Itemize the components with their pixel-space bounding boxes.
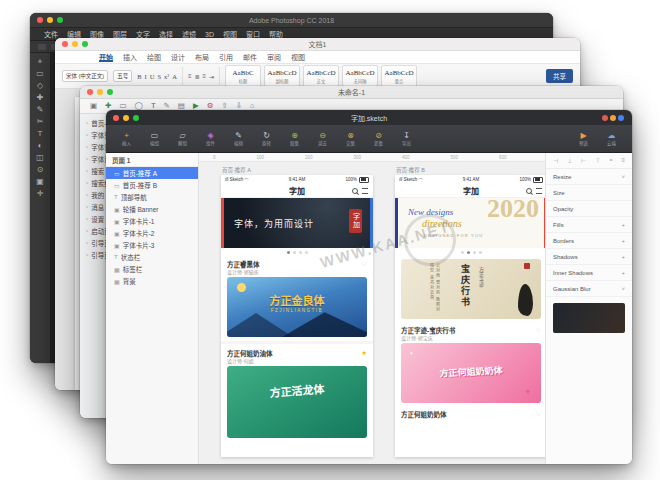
toolbar-icon[interactable]: ✚ — [105, 102, 111, 110]
close-button[interactable] — [87, 89, 93, 95]
artboard-name[interactable]: 首页-推荐 B — [396, 166, 425, 174]
layer-item[interactable]: ▦ 标签栏 — [106, 263, 198, 275]
inspector-row[interactable]: Resize ˅ — [546, 169, 632, 185]
style-card[interactable]: AaBbCcD 无间隔 — [342, 65, 378, 87]
minimize-button[interactable] — [72, 41, 78, 47]
paragraph-button[interactable]: ≡ — [203, 73, 207, 80]
align-icon[interactable]: ⊣ — [553, 157, 558, 164]
layer-item[interactable]: ▣ 字体卡片-2 — [106, 227, 198, 239]
share-button[interactable]: 共享 — [546, 69, 573, 83]
inspector-row[interactable]: Fills + — [546, 217, 632, 233]
zoom-button[interactable] — [82, 41, 88, 47]
align-icon[interactable]: ⊢ — [581, 157, 586, 164]
favorite-icon[interactable]: ♡ — [536, 410, 541, 417]
format-button[interactable]: B — [137, 73, 141, 80]
prototype-titlebar[interactable]: 未命名-1 — [80, 86, 623, 99]
search-icon[interactable] — [352, 188, 358, 194]
toolbar-icon[interactable]: ⌂ — [250, 102, 255, 110]
tool-icon[interactable]: ✚ — [37, 93, 44, 102]
artboard-a[interactable]: ıll Sketch ◠ 9:41 AM 100% 字加 — [221, 175, 373, 457]
font-name[interactable]: 方正睿黑体 — [227, 259, 260, 269]
inspector-row-action[interactable]: + — [621, 222, 625, 228]
zoom-button[interactable] — [57, 17, 63, 23]
align-icon[interactable]: ⊤ — [595, 157, 600, 164]
toolbar-icon[interactable]: ▤ — [178, 102, 185, 110]
font-name[interactable]: 方正何姐奶奶体 — [401, 409, 447, 419]
collaborator-avatar[interactable] — [618, 115, 624, 121]
zoom-button[interactable] — [133, 115, 139, 121]
minimize-button[interactable] — [97, 89, 103, 95]
toolbar-icon[interactable]: ▣ — [90, 102, 97, 110]
ribbon-tab[interactable]: 设计 — [171, 52, 185, 62]
layer-item[interactable]: ▭ 首页-推荐 B — [106, 179, 198, 191]
font-name-select[interactable]: 宋体 (中文正文) — [62, 70, 108, 82]
tool-icon[interactable]: ✎ — [37, 105, 44, 114]
ribbon-tab[interactable]: 邮件 — [243, 52, 257, 62]
inspector-row-action[interactable]: + — [621, 270, 625, 276]
ribbon-tab[interactable]: 引用 — [219, 52, 233, 62]
style-card[interactable]: AaBbCcD 副标题 — [264, 65, 300, 87]
style-card[interactable]: AaBbCcD 正文 — [303, 65, 339, 87]
format-button[interactable]: U — [150, 73, 155, 80]
zoom-button[interactable] — [107, 89, 113, 95]
toolbar-button[interactable]: ▶ 预览 — [573, 131, 594, 146]
toolbar-button[interactable]: ↻ 旋转 — [256, 131, 277, 146]
close-button[interactable] — [37, 17, 43, 23]
options-control[interactable] — [38, 44, 46, 50]
tool-icon[interactable]: ◇ — [37, 81, 43, 90]
layer-item[interactable]: T 顶部导航 — [106, 191, 198, 203]
toolbar-button[interactable]: ⊖ 减去 — [312, 131, 333, 146]
layer-item[interactable]: ▭ 首页-推荐 A — [106, 167, 198, 179]
banner-carousel[interactable]: 2020 New designs directions DESIGNED FOR… — [395, 198, 545, 248]
ribbon-tab[interactable]: 开始 — [99, 52, 113, 62]
toolbar-icon[interactable]: ⇩ — [236, 102, 242, 110]
artboard-b[interactable]: ıll Sketch ◠ 9:41 AM 100% 字加 — [395, 175, 545, 457]
toolbar-button[interactable]: ◈ 组件 — [200, 131, 221, 146]
photoshop-titlebar[interactable]: Adobe Photoshop CC 2018 — [30, 13, 553, 28]
inspector-row-action[interactable]: + — [621, 254, 625, 260]
style-card[interactable]: AaBbC 标题 — [225, 65, 261, 87]
font-card-image[interactable]: 方正活龙体 — [227, 366, 367, 438]
layer-item[interactable]: ▣ 字体卡片-1 — [106, 215, 198, 227]
close-button[interactable] — [113, 115, 119, 121]
artboard-name[interactable]: 首页-推荐 A — [222, 166, 251, 174]
toolbar-icon[interactable]: ◯ — [134, 102, 142, 110]
ribbon-tab[interactable]: 审阅 — [267, 52, 281, 62]
format-button[interactable]: I — [145, 73, 147, 80]
search-icon[interactable] — [526, 188, 532, 194]
inspector-row[interactable]: Opacity — [546, 201, 632, 217]
tool-icon[interactable]: ✂ — [37, 117, 44, 126]
toolbar-icon[interactable]: ▭ — [119, 102, 126, 110]
font-card-image[interactable]: ♥ ♥ 方正何姐奶奶体 — [401, 343, 541, 403]
collaborator-avatar[interactable] — [610, 115, 616, 121]
layer-item[interactable]: T 状态栏 — [106, 251, 198, 263]
ribbon-tab[interactable]: 布局 — [195, 52, 209, 62]
sketch-canvas[interactable]: 0100200300400500600 首页-推荐 A ıll Sketch ◠… — [199, 153, 545, 464]
tool-icon[interactable]: ⊙ — [37, 165, 44, 174]
toolbar-button[interactable]: ▭ 编组 — [144, 131, 165, 146]
paragraph-button[interactable]: ⇥ — [209, 73, 214, 80]
format-button[interactable]: A — [172, 73, 177, 80]
toolbar-button[interactable]: + 插入 — [116, 131, 137, 146]
toolbar-button[interactable]: ▱ 解组 — [172, 131, 193, 146]
tool-icon[interactable]: ⌖ — [38, 57, 43, 66]
font-size-select[interactable]: 五号 — [113, 70, 132, 82]
tool-icon[interactable]: ◫ — [36, 153, 44, 162]
toolbar-button[interactable]: ✎ 编辑 — [228, 131, 249, 146]
ribbon-tab[interactable]: 插入 — [123, 52, 137, 62]
carousel-dots[interactable] — [221, 248, 373, 257]
toolbar-icon[interactable]: T — [151, 102, 156, 110]
format-button[interactable]: S — [157, 73, 161, 80]
inspector-row[interactable]: Inner Shadows + — [546, 265, 632, 281]
word-titlebar[interactable]: 文档1 — [55, 38, 580, 51]
toolbar-icon[interactable]: ✎ — [163, 102, 169, 110]
inspector-row-action[interactable]: ˅ — [621, 286, 625, 292]
font-name[interactable]: 方正字迹-宝庆行书 — [401, 325, 455, 335]
toolbar-icon[interactable]: ⇧ — [221, 102, 227, 110]
toolbar-button[interactable]: ⊗ 交集 — [340, 131, 361, 146]
toolbar-button[interactable]: ⊕ 联集 — [284, 131, 305, 146]
style-card[interactable]: AaBbCcD 要点 — [381, 65, 417, 87]
inspector-row[interactable]: Borders + — [546, 233, 632, 249]
paragraph-button[interactable]: ≡ — [188, 73, 192, 80]
collaborator-avatar[interactable] — [602, 115, 608, 121]
